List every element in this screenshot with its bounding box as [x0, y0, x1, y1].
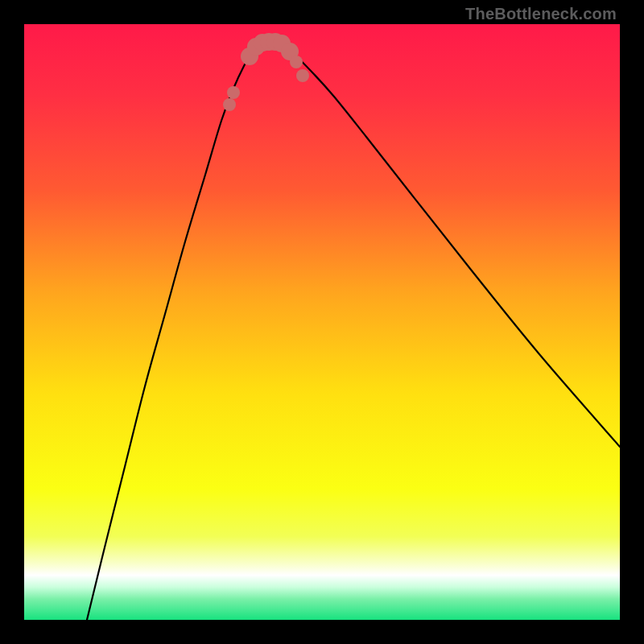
watermark-text: TheBottleneck.com	[465, 5, 617, 23]
hotspot-marker	[290, 56, 303, 68]
left-branch-curve	[87, 40, 266, 620]
marker-group	[223, 33, 309, 111]
plot-area	[24, 24, 620, 620]
right-branch-curve	[266, 40, 620, 447]
hotspot-marker	[227, 86, 240, 99]
hotspot-marker	[296, 69, 309, 82]
curve-layer	[24, 24, 620, 620]
chart-frame: TheBottleneck.com	[0, 0, 644, 644]
hotspot-marker	[223, 98, 236, 111]
